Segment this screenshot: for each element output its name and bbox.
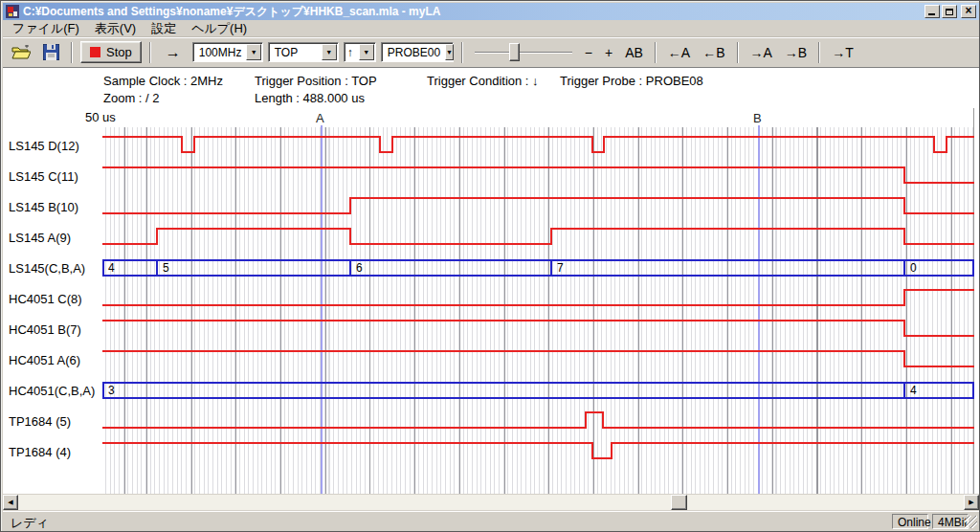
channel-label: LS145(C,B,A) [9,261,85,276]
channel-label: HC4051 A(6) [9,353,80,367]
goto-b-back-button[interactable]: ←B [699,45,728,60]
trigger-probe-combo[interactable]: PROBE00 ▼ [381,42,454,62]
scroll-left-button[interactable]: ◀ [3,495,18,510]
trigger-condition-info: Trigger Condition : ↓ [427,74,539,88]
trigger-edge-combo-value: ↑ [345,46,358,59]
toolbar-separator [655,42,657,63]
window-title: C:¥Documents and Settings¥noname¥デスクトップ¥… [23,4,921,20]
length-info: Length : 488.000 us [255,91,365,105]
cursor-b-label: B [753,111,762,125]
chevron-down-icon[interactable]: ▼ [322,44,337,60]
channel-label: TP1684 (4) [9,445,71,459]
app-icon [6,5,19,18]
goto-b-forward-button[interactable]: →B [781,45,811,60]
goto-a-forward-button[interactable]: →A [746,45,776,60]
open-folder-icon [11,45,31,60]
chevron-down-icon[interactable]: ▼ [246,44,260,60]
channel-label: LS145 A(9) [9,231,71,245]
maximize-button[interactable] [942,5,957,18]
trigger-position-combo[interactable]: TOP ▼ [268,42,339,62]
open-file-button[interactable] [9,41,33,64]
stop-icon [90,47,100,57]
channel-label: HC4051(C,B,A) [9,384,95,398]
title-bar[interactable]: C:¥Documents and Settings¥noname¥デスクトップ¥… [3,3,979,20]
ab-range-button[interactable]: AB [621,45,647,60]
toolbar-separator [149,42,151,63]
sample-clock-info: Sample Clock : 2MHz [103,74,223,88]
channel-label: HC4051 B(7) [9,322,81,337]
maximize-icon [946,9,953,15]
zoom-slider-track [475,52,572,54]
zoom-slider[interactable] [475,42,572,63]
status-ready-text: レディ [11,515,49,532]
menu-bar: ファイル(F) 表示(V) 設定 ヘルプ(H) [3,20,979,37]
status-bar: レディ Online 4MBit [3,511,979,530]
channel-label: LS145 B(10) [9,200,78,214]
close-icon: × [965,5,971,16]
status-online-badge: Online [892,514,928,529]
sample-clock-combo[interactable]: 100MHz ▼ [192,42,263,62]
toolbar-separator [461,42,463,63]
zoom-info: Zoom : / 2 [103,91,160,105]
waveform-grid [102,127,973,494]
goto-a-back-button[interactable]: ←A [664,45,694,60]
waveform-area[interactable]: 4567034 AB [102,108,974,494]
zoom-out-button[interactable]: − [581,45,596,60]
cursor-b-line[interactable] [758,125,760,494]
trigger-position-info: Trigger Position : TOP [255,74,377,88]
toolbar-separator [71,42,73,63]
horizontal-scrollbar[interactable]: ◀ ▶ [3,495,979,510]
goto-trigger-button[interactable]: →T [828,45,858,60]
trigger-probe-combo-value: PROBE00 [382,46,444,59]
menu-file[interactable]: ファイル(F) [5,19,87,38]
chevron-down-icon[interactable]: ▼ [445,44,454,60]
close-button[interactable]: × [961,5,976,18]
app-window: C:¥Documents and Settings¥noname¥デスクトップ¥… [0,0,980,532]
save-button[interactable] [38,41,63,64]
timescale-label: 50 us [83,110,118,124]
minimize-button[interactable] [924,5,940,18]
scrollbar-thumb[interactable] [671,495,687,510]
stop-button-label: Stop [106,45,132,59]
channel-label: HC4051 C(8) [9,292,82,306]
zoom-in-button[interactable]: + [601,45,616,60]
trigger-edge-combo[interactable]: ↑ ▼ [344,42,376,62]
stop-button[interactable]: Stop [80,41,142,63]
trigger-probe-info: Trigger Probe : PROBE08 [560,74,703,88]
resize-grip[interactable] [965,516,977,528]
status-memory-badge: 4MBit [932,514,969,529]
menu-view[interactable]: 表示(V) [87,19,144,38]
minimize-icon [928,13,935,15]
channel-label-panel: LS145 D(12)LS145 C(11)LS145 B(10)LS145 A… [3,108,102,494]
zoom-slider-thumb[interactable] [509,43,520,61]
chevron-down-icon[interactable]: ▼ [359,44,374,60]
cursor-a-line[interactable] [321,125,323,494]
channel-label: LS145 C(11) [9,169,78,184]
toolbar-separator [737,42,739,63]
menu-settings[interactable]: 設定 [144,19,184,38]
channel-label: TP1684 (5) [9,414,71,429]
scroll-right-button[interactable]: ▶ [964,495,979,510]
run-button[interactable]: → [159,41,188,64]
trigger-position-combo-value: TOP [269,46,321,59]
floppy-disk-icon [43,44,59,60]
menu-help[interactable]: ヘルプ(H) [184,19,255,38]
cursor-a-label: A [316,111,324,125]
toolbar: Stop → 100MHz ▼ TOP ▼ ↑ ▼ PROBE00 ▼ − + … [3,37,979,66]
toolbar-separator [818,42,820,63]
channel-label: LS145 D(12) [9,139,79,153]
sample-clock-combo-value: 100MHz [193,46,246,59]
